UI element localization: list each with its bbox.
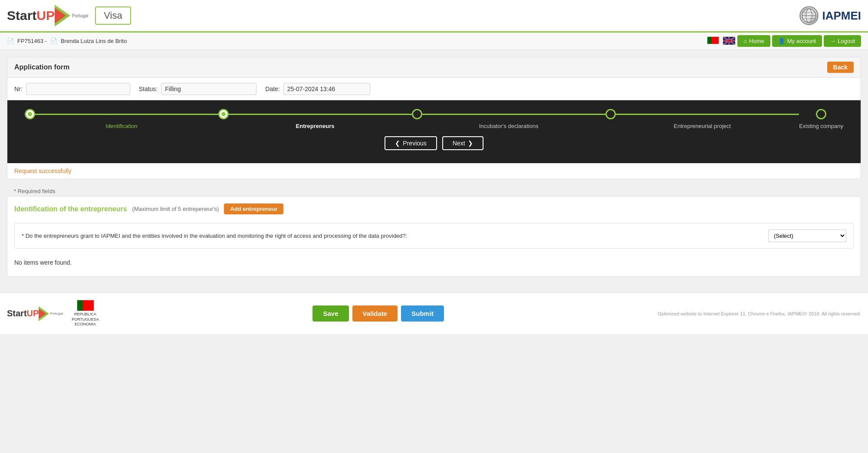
my-account-button[interactable]: 👤 My account: [772, 35, 822, 47]
submit-button[interactable]: Submit: [401, 305, 444, 322]
main-content: Application form Back Nr: Status: Date:: [0, 50, 868, 284]
footer-copyright: Optimized website to Internet Explorer 1…: [658, 311, 861, 316]
logout-icon: →: [830, 38, 835, 44]
connector-4: [616, 114, 799, 115]
footer-actions: Save Validate Submit: [312, 305, 444, 322]
person-icon: 👤: [778, 38, 785, 44]
step-incubator: Incubator's declarations: [412, 109, 605, 129]
navbar-right: ⌂ Home 👤 My account → Logout: [706, 35, 861, 47]
flag-pt-button[interactable]: [706, 36, 720, 46]
entrepreneurs-card: Identification of the entrepreneurs (Max…: [7, 196, 861, 277]
data-question-row: * Do the entrepreneurs grant to IAPMEI a…: [14, 223, 854, 249]
breadcrumb-id: FP751463 -: [17, 38, 47, 44]
iapmei-logo: IAPMEI: [799, 6, 861, 25]
footer-flag-icon: [39, 306, 49, 321]
status-field-group: Status:: [139, 83, 257, 95]
startup-logo: StartUP Portugal: [7, 5, 88, 26]
back-button[interactable]: Back: [827, 62, 854, 73]
status-input: [161, 83, 256, 95]
entrepreneurs-subtitle: (Maximum limit of 5 entrepeneur's): [132, 206, 219, 212]
entrepreneurs-title: Identification of the entrepreneurs: [14, 205, 127, 213]
add-entrepreneur-button[interactable]: Add entrepreneur: [224, 204, 283, 214]
next-button[interactable]: Next ❯: [442, 136, 483, 150]
step-entrepreneurs: Entrepreneurs: [218, 109, 412, 129]
step-entrepreneurial: Entrepreneurial project: [605, 109, 799, 129]
status-label: Status:: [139, 85, 158, 92]
republic-line3: ECONOMIA: [72, 322, 99, 327]
date-input: [283, 83, 370, 95]
breadcrumb-icon: 📄: [7, 38, 14, 44]
footer-republic: REPÚBLICA PORTUGUESA ECONOMIA: [72, 300, 99, 327]
date-field-group: Date:: [265, 83, 370, 95]
step-1-circle: [25, 109, 35, 119]
startup-flag-icon: [55, 5, 70, 26]
validate-button[interactable]: Validate: [352, 305, 398, 322]
republic-flag-icon: [77, 300, 94, 311]
iapmei-text: IAPMEI: [822, 9, 861, 23]
app-form-title: Application form: [14, 63, 69, 71]
flag-en-button[interactable]: [722, 36, 736, 47]
nr-input[interactable]: [26, 83, 130, 95]
step-5-circle: [816, 109, 826, 119]
previous-button[interactable]: ❮ Previous: [385, 136, 437, 150]
step-3-circle: [412, 109, 422, 119]
question-text: * Do the entrepreneurs grant to IAPMEI a…: [22, 233, 761, 239]
step-identification: Identification: [25, 109, 218, 129]
logout-button[interactable]: → Logout: [824, 35, 861, 47]
startup-portugal-text: Portugal: [72, 13, 88, 18]
navbar-left: 📄 FP751463 - 📄 Brenda Luiza Lins de Brit…: [7, 38, 127, 44]
entrepreneurs-header: Identification of the entrepreneurs (Max…: [14, 204, 854, 214]
date-label: Date:: [265, 85, 279, 92]
stepper-nav: ❮ Previous Next ❯: [25, 136, 843, 150]
footer-portugal-text: Portugal: [50, 312, 63, 315]
breadcrumb-icon2: 📄: [50, 38, 57, 44]
nr-label: Nr:: [14, 85, 23, 92]
app-form-header: Application form Back: [7, 57, 861, 78]
connector-2: [229, 114, 412, 115]
iapmei-globe-icon: [799, 6, 819, 25]
home-button[interactable]: ⌂ Home: [737, 35, 770, 47]
step-4-label: Entrepreneurial project: [674, 123, 731, 129]
form-fields-row: Nr: Status: Date:: [7, 78, 861, 100]
footer-logos: StartUP Portugal REPÚBLICA PORTUGUESA EC…: [7, 300, 99, 327]
data-access-select[interactable]: (Select) Yes No: [768, 230, 846, 242]
footer-startup-logo: StartUP Portugal: [7, 306, 63, 321]
header-left: StartUP Portugal Visa: [7, 5, 131, 26]
nr-field-group: Nr:: [14, 83, 130, 95]
flag-pt-icon: [707, 36, 719, 44]
connector-3: [422, 114, 605, 115]
connector-1: [35, 114, 218, 115]
step-5-label: Existing company: [799, 123, 843, 129]
stepper-area: Identification Entrepreneurs: [7, 100, 861, 163]
step-2-circle: [218, 109, 229, 119]
step-1-label: Identification: [106, 123, 138, 129]
step-4-circle: [605, 109, 616, 119]
chevron-right-icon: ❯: [468, 140, 473, 147]
step-3-label: Incubator's declarations: [479, 123, 539, 129]
user-name: Brenda Luiza Lins de Brito: [61, 38, 127, 44]
visa-label: Visa: [95, 7, 131, 25]
republic-line2: PORTUGUESA: [72, 317, 99, 322]
header: StartUP Portugal Visa IAPMEI: [0, 0, 868, 33]
step-existing: Existing company: [799, 109, 843, 129]
save-button[interactable]: Save: [312, 305, 349, 322]
home-icon: ⌂: [743, 38, 747, 44]
required-note: * Required fields: [7, 184, 861, 196]
step-2-label: Entrepreneurs: [296, 123, 335, 129]
chevron-left-icon: ❮: [395, 140, 400, 147]
republic-line1: REPÚBLICA: [72, 312, 99, 317]
success-message: Request successfully: [7, 163, 861, 179]
footer: StartUP Portugal REPÚBLICA PORTUGUESA EC…: [0, 292, 868, 334]
flag-en-icon: [723, 36, 735, 44]
application-form-card: Application form Back Nr: Status: Date:: [7, 57, 861, 179]
stepper: Identification Entrepreneurs: [25, 109, 843, 129]
navbar: 📄 FP751463 - 📄 Brenda Luiza Lins de Brit…: [0, 33, 868, 50]
no-items-text: No items were found.: [14, 256, 854, 269]
